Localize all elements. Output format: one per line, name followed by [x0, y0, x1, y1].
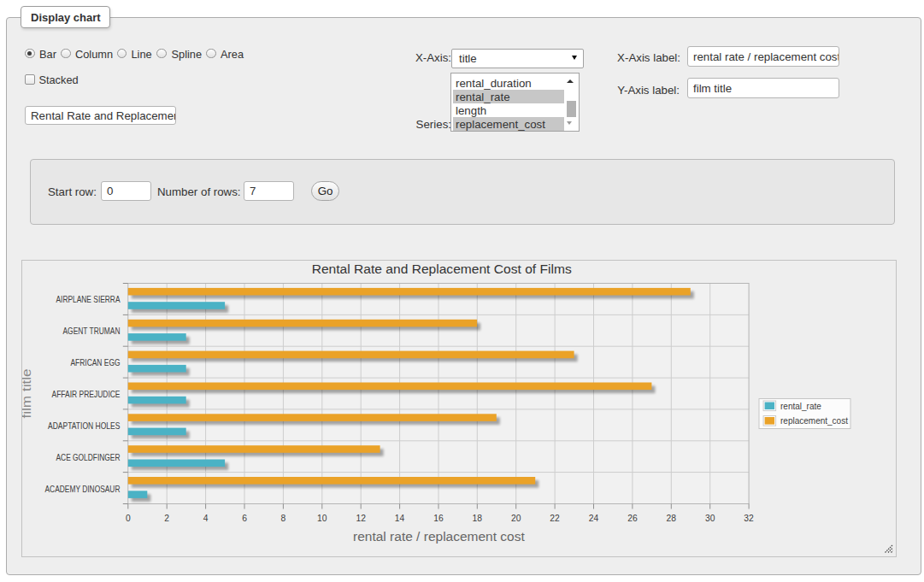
- svg-text:8: 8: [281, 514, 286, 523]
- svg-text:30: 30: [705, 514, 715, 523]
- svg-text:Rental Rate and Replacement Co: Rental Rate and Replacement Cost of Film…: [312, 262, 572, 276]
- svg-text:AFFAIR PREJUDICE: AFFAIR PREJUDICE: [52, 390, 121, 399]
- svg-text:28: 28: [667, 514, 677, 523]
- svg-text:20: 20: [511, 514, 521, 523]
- svg-text:ACE GOLDFINGER: ACE GOLDFINGER: [56, 453, 121, 462]
- svg-text:0: 0: [126, 514, 131, 523]
- svg-text:4: 4: [203, 514, 209, 523]
- svg-text:12: 12: [356, 514, 366, 523]
- svg-text:AIRPLANE SIERRA: AIRPLANE SIERRA: [56, 295, 121, 304]
- svg-text:replacement_cost: replacement_cost: [780, 416, 848, 426]
- svg-text:rental_rate: rental_rate: [780, 402, 821, 411]
- svg-text:2: 2: [164, 514, 169, 523]
- svg-text:AGENT TRUMAN: AGENT TRUMAN: [63, 326, 121, 336]
- svg-text:16: 16: [433, 514, 444, 523]
- svg-text:ACADEMY DINOSAUR: ACADEMY DINOSAUR: [45, 485, 121, 494]
- svg-text:26: 26: [627, 514, 638, 523]
- svg-text:32: 32: [744, 514, 754, 523]
- svg-text:14: 14: [395, 514, 405, 523]
- svg-text:film title: film title: [22, 369, 33, 419]
- svg-text:AFRICAN EGG: AFRICAN EGG: [71, 358, 121, 367]
- svg-text:18: 18: [473, 514, 483, 523]
- svg-text:10: 10: [317, 514, 327, 523]
- svg-text:6: 6: [242, 514, 247, 523]
- svg-text:24: 24: [589, 514, 599, 523]
- svg-text:ADAPTATION HOLES: ADAPTATION HOLES: [48, 421, 121, 431]
- svg-text:22: 22: [550, 514, 560, 523]
- svg-text:rental rate / replacement cost: rental rate / replacement cost: [353, 529, 525, 544]
